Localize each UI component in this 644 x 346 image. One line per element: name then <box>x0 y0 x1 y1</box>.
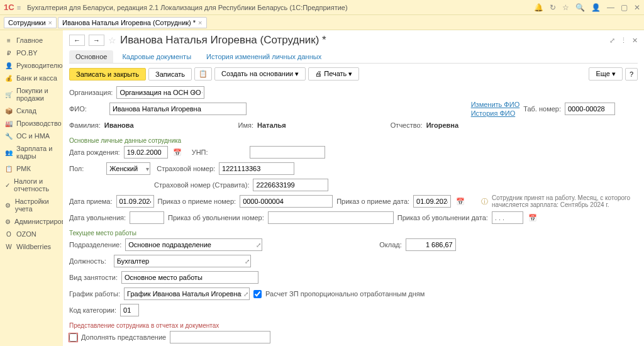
sidebar-label: PO.BY <box>16 49 38 57</box>
section-repr: Представление сотрудника в отчетах и док… <box>69 322 638 329</box>
sidebar-icon: 🏭 <box>5 120 13 127</box>
sidebar-item-3[interactable]: 💰Банк и касса <box>3 72 60 84</box>
hire-order-input[interactable] <box>240 195 333 208</box>
open-icon[interactable]: ⤢ <box>256 242 261 248</box>
tabnum-input[interactable] <box>565 103 615 115</box>
search-icon[interactable]: 🔍 <box>575 3 585 12</box>
salary-input[interactable] <box>406 238 456 251</box>
expand-icon[interactable]: ⤢ <box>609 36 615 45</box>
min-icon[interactable]: — <box>607 3 614 12</box>
salary-label: Оклад: <box>379 241 402 248</box>
more-button[interactable]: Еще ▾ <box>589 67 622 81</box>
sidebar-item-8[interactable]: 👥Зарплата и кадры <box>3 142 60 162</box>
sidebar-item-2[interactable]: 👤Руководителю <box>3 59 60 72</box>
subtab-history[interactable]: История изменений личных данных <box>200 50 328 63</box>
sidebar-label: Главное <box>16 36 43 44</box>
fio-input[interactable] <box>109 103 247 115</box>
calc-prop-label: Расчет ЗП пропорционально отработанным д… <box>265 290 425 298</box>
ins2-input[interactable] <box>253 179 328 191</box>
calendar-icon[interactable]: 📅 <box>173 148 182 157</box>
dropdown-icon[interactable]: ▾ ⤢ <box>238 291 248 298</box>
hire-order-date-label: Приказ о приеме дата: <box>336 198 409 205</box>
sidebar-item-1[interactable]: ₽PO.BY <box>3 47 60 59</box>
tab-label: Сотрудники <box>8 19 46 26</box>
tab-employee-card[interactable]: Иванова Наталья Игоревна (Сотрудник) * × <box>58 17 207 28</box>
close-icon[interactable]: ✕ <box>634 3 640 12</box>
app-title: Бухгалтерия для Беларуси, редакция 2.1 Л… <box>27 4 534 11</box>
section-workplace: Текущее место работы <box>69 230 638 237</box>
save-close-button[interactable]: Записать и закрыть <box>69 68 146 81</box>
sidebar-label: OZON <box>16 230 36 238</box>
max-icon[interactable]: ▢ <box>621 3 628 12</box>
org-input[interactable] <box>116 86 204 99</box>
sidebar-item-4[interactable]: 🛒Покупки и продажи <box>3 84 60 104</box>
subtab-main[interactable]: Основное <box>69 50 113 63</box>
birth-input[interactable] <box>124 146 168 159</box>
favorite-icon[interactable]: ☆ <box>108 35 116 45</box>
calendar-icon[interactable]: 📅 <box>456 198 465 206</box>
subtab-docs[interactable]: Кадровые документы <box>116 50 197 63</box>
sidebar-item-7[interactable]: 🔧ОС и НМА <box>3 130 60 142</box>
ins2-label: Страховой номер (Стравита): <box>154 181 249 189</box>
sidebar-item-6[interactable]: 🏭Производство <box>3 117 60 130</box>
sidebar-icon: ₽ <box>5 50 13 57</box>
menu-icon[interactable]: ≡ <box>17 4 21 11</box>
sidebar-label: Настройки учета <box>15 198 58 213</box>
options-icon[interactable]: ⋮ <box>620 36 627 45</box>
close-icon[interactable]: × <box>198 19 202 26</box>
sidebar-label: Руководителю <box>16 62 62 69</box>
fire-date-input[interactable] <box>130 211 164 224</box>
patronymic-value: Игоревна <box>426 121 458 129</box>
create-based-button[interactable]: Создать на основании ▾ <box>214 67 306 81</box>
sidebar-item-14[interactable]: WWildberries <box>3 240 60 253</box>
history-fio-link[interactable]: История ФИО <box>471 109 520 117</box>
fire-order-input[interactable] <box>268 211 394 224</box>
unp-input[interactable] <box>250 146 325 159</box>
sidebar-item-10[interactable]: ✓Налоги и отчетность <box>3 175 60 195</box>
tab-label: Иванова Наталья Игоревна (Сотрудник) * <box>62 19 196 26</box>
repr-input[interactable] <box>170 331 270 343</box>
schedule-input[interactable] <box>124 287 250 300</box>
tab-employees[interactable]: Сотрудники × <box>4 17 57 28</box>
close-icon[interactable]: ✕ <box>632 36 638 45</box>
dropdown-icon[interactable]: ▾ <box>146 165 149 172</box>
sidebar-icon: ≡ <box>5 37 13 44</box>
patronymic-label: Отчество: <box>391 121 423 129</box>
sidebar-item-12[interactable]: ⚙Администрирование <box>3 215 60 228</box>
hire-order-date-input[interactable] <box>413 195 451 208</box>
dropdown-icon[interactable]: ▾ ⋯ <box>192 89 204 96</box>
bell-icon[interactable]: 🔔 <box>534 3 543 12</box>
help-button[interactable]: ? <box>625 68 638 81</box>
forward-button[interactable]: → <box>89 35 104 46</box>
fire-order-date-input[interactable] <box>492 211 523 224</box>
employment-input[interactable] <box>121 271 258 284</box>
user-icon[interactable]: 👤 <box>591 3 601 12</box>
star-icon[interactable]: ☆ <box>562 3 569 12</box>
info-icon: ⓘ <box>481 197 488 206</box>
print-button[interactable]: 🖨 Печать ▾ <box>308 67 359 81</box>
back-button[interactable]: ← <box>69 35 85 46</box>
fill-button[interactable]: 📋 <box>194 67 212 81</box>
open-icon[interactable]: ⤢ <box>245 258 250 265</box>
calc-prop-checkbox[interactable] <box>253 290 262 298</box>
add-repr-checkbox[interactable] <box>69 333 77 342</box>
change-fio-link[interactable]: Изменить ФИО <box>471 101 520 108</box>
gender-input[interactable] <box>106 162 150 175</box>
sidebar-icon: W <box>5 243 13 250</box>
calendar-icon[interactable]: 📅 <box>528 214 537 222</box>
position-input[interactable] <box>114 255 251 267</box>
close-icon[interactable]: × <box>48 19 52 26</box>
ins-input[interactable] <box>219 162 294 175</box>
hire-date-input[interactable] <box>116 195 154 208</box>
sidebar-item-0[interactable]: ≡Главное <box>3 34 60 47</box>
sidebar-item-5[interactable]: 📦Склад <box>3 104 60 117</box>
fire-date-label: Дата увольнения: <box>69 214 126 221</box>
save-button[interactable]: Записать <box>148 68 192 81</box>
sidebar-item-9[interactable]: 📋РМК <box>3 162 60 175</box>
sidebar-item-11[interactable]: ⚙Настройки учета <box>3 195 60 215</box>
schedule-label: График работы: <box>69 290 120 298</box>
sidebar-item-13[interactable]: OOZON <box>3 228 60 240</box>
category-input[interactable] <box>120 304 139 316</box>
dept-input[interactable] <box>125 238 262 251</box>
history-icon[interactable]: ↻ <box>550 3 556 12</box>
